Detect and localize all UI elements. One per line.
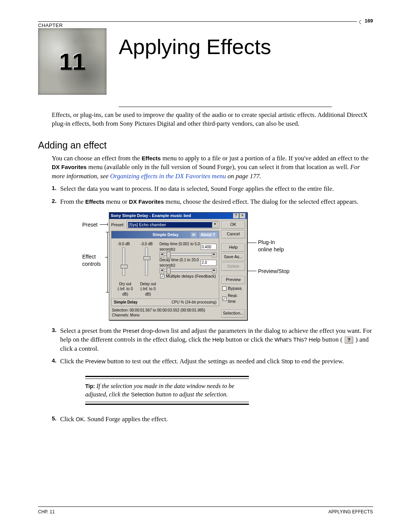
selection-ref: Selection (131, 391, 155, 398)
help-icon[interactable]: ? (233, 213, 239, 219)
delay-time-slider[interactable]: ◄ ► (159, 253, 217, 256)
dx-favorites-ref: DX Favorites (52, 164, 87, 170)
decay-time-label: Decay time (0.1 to 20.0 seconds): (159, 257, 201, 268)
text: Click (60, 415, 76, 423)
decay-time-input[interactable] (201, 260, 217, 266)
footer-right: APPLYING EFFECTS (328, 509, 373, 514)
slider-right-arrow[interactable]: ► (212, 268, 217, 273)
slider-thumb[interactable] (143, 256, 150, 260)
text: . Sound Forge applies the effect. (84, 415, 168, 423)
ok-ref: OK (76, 416, 84, 422)
chapter-header: 11 Applying Effects (38, 28, 373, 95)
panel-body: -9.0 dB -3.0 dB (112, 238, 219, 281)
help-button[interactable]: Help (221, 244, 245, 252)
text: button to test out the effect. Adjust th… (105, 358, 281, 365)
selection-button[interactable]: Selection... (221, 310, 245, 318)
checkbox-icon[interactable]: ✓ (160, 274, 164, 278)
delay-time-input[interactable] (201, 244, 217, 250)
callout-tick (106, 232, 109, 232)
callout-preset: Preset (82, 221, 97, 228)
slider-thumb[interactable] (167, 251, 170, 258)
text: button ( (320, 336, 344, 343)
delay-slider[interactable] (145, 248, 148, 276)
step-3: 3. Select a preset from the Preset drop-… (52, 326, 373, 353)
chapter-label: CHAPTER (38, 22, 373, 28)
dialog-title-text: Sony Simple Delay - Example music bed (111, 213, 191, 219)
step-5: 5. Click OK. Sound Forge applies the eff… (52, 415, 373, 423)
slider-right-arrow[interactable]: ► (212, 252, 217, 257)
bypass-checkbox[interactable]: Bypass (222, 286, 245, 291)
whatsthis-icon: ? (345, 337, 353, 343)
preset-label: Preset: (111, 222, 124, 228)
checkbox-label: Multiple delays (Feedback) (166, 273, 216, 279)
xref-link[interactable]: Organizing effects in the DX Favorites m… (110, 173, 226, 180)
bypass-label: Bypass (228, 286, 242, 291)
callout-preview-stop: Preview/Stop (258, 268, 289, 275)
step-marker: 5. (52, 415, 57, 423)
text: to end the preview. (293, 358, 344, 365)
step-2: 2. From the Effects menu or DX Favorites… (52, 197, 373, 320)
stop-ref: Stop (281, 358, 293, 364)
close-icon[interactable]: × (239, 213, 245, 219)
text: menu, choose the desired effect. The dia… (164, 198, 358, 205)
delay-time-row: Delay time (0.001 to 5.0 seconds): ◄ ► (159, 241, 217, 256)
tip-label: Tip: (85, 383, 95, 389)
text: menu (available only in the full version… (87, 163, 350, 171)
slider-thumb[interactable] (167, 267, 170, 274)
page-footer: CHP. 11 APPLYING EFFECTS (38, 506, 373, 514)
preset-value: [Sys] Echo chamber (128, 222, 212, 228)
text: You can choose an effect from the (52, 155, 142, 162)
save-as-button[interactable]: Save As... (221, 253, 245, 261)
whatsthis-ref: What's This? Help (274, 336, 320, 343)
selection-text: Selection: 00:00:01.567 to 00:00:03.552 … (112, 308, 205, 313)
tip-box: Tip: If the selection you made in the da… (81, 372, 253, 409)
dry-value: -9.0 dB (118, 241, 130, 247)
slider-left-arrow[interactable]: ◄ (159, 252, 164, 257)
ok-button[interactable]: OK (221, 221, 245, 229)
callout-effect-controls: Effect controls (82, 253, 101, 268)
delete-button[interactable]: Delete (221, 263, 245, 271)
callout-line (247, 243, 256, 243)
preset-dropdown[interactable]: [Sys] Echo chamber ▼ (127, 221, 219, 228)
cancel-button[interactable]: Cancel (221, 230, 245, 238)
slider-thumb[interactable] (121, 265, 127, 268)
step-marker: 3. (52, 326, 57, 334)
selection-info: Selection: 00:00:01.567 to 00:00:03.552 … (111, 306, 219, 318)
checkbox-icon[interactable]: ✓ (222, 297, 226, 301)
panel-tab-text: Simple Delay (153, 232, 178, 238)
dry-out-label: Dry out (115, 281, 135, 287)
text: Click the (60, 358, 85, 365)
figure-dialog: Preset Effect controls Plug-In online he… (83, 212, 304, 320)
slider-captions: Dry out (-Inf. to 0 dB) Delay out (-Inf.… (112, 281, 219, 299)
step-text: Select the data you want to process. If … (60, 185, 334, 192)
text: menu or (104, 198, 129, 205)
dialog-simple-delay: Sony Simple Delay - Example music bed ? … (109, 212, 247, 320)
slider-left-arrow[interactable]: ◄ (159, 268, 164, 273)
tip-rule-bottom (85, 402, 249, 405)
dry-out-slider: -9.0 dB (114, 241, 134, 279)
title-rule (119, 107, 332, 107)
tip-rule-top (85, 376, 249, 379)
header-rule: 169 (38, 21, 373, 22)
chevron-down-icon[interactable]: ▼ (212, 222, 218, 228)
realtime-label: Real-time (228, 293, 245, 304)
delay-range: (-Inf. to 0 dB) (138, 286, 158, 297)
dry-slider[interactable] (122, 248, 125, 276)
callout-tick (247, 269, 248, 272)
steps-list: 1. Select the data you want to process. … (52, 184, 373, 423)
help-ref: Help (212, 336, 224, 343)
dxfav-ref: DX Favorites (129, 198, 164, 205)
decay-time-slider[interactable]: ◄ ► (159, 269, 217, 272)
checkbox-icon[interactable] (222, 286, 226, 291)
panel-tab: Simple Delay ⟳ About ? (112, 231, 219, 238)
decay-time-row: Decay time (0.1 to 20.0 seconds): ◄ ► (159, 257, 217, 272)
about-button[interactable]: About ? (199, 232, 217, 238)
realtime-checkbox[interactable]: ✓ Real-time (222, 293, 245, 304)
preview-button[interactable]: Preview (221, 276, 245, 284)
multiple-delays-checkbox[interactable]: ✓ Multiple delays (Feedback) (160, 273, 217, 279)
section-body: You can choose an effect from the Effect… (52, 154, 373, 181)
refresh-icon[interactable]: ⟳ (191, 232, 197, 238)
delay-time-label: Delay time (0.001 to 5.0 seconds): (159, 241, 201, 252)
effect-panel: Simple Delay ⟳ About ? -9.0 dB (111, 231, 219, 306)
footer-left: CHP. 11 (38, 509, 55, 514)
